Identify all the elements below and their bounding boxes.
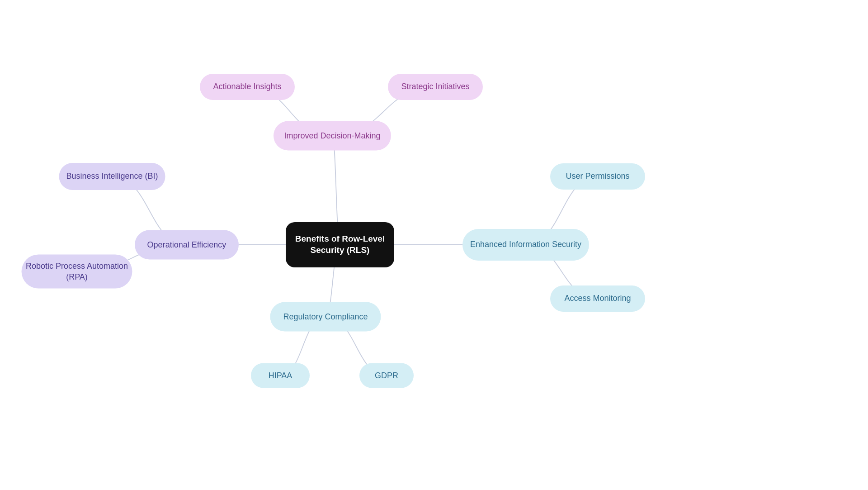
node-actionable-insights[interactable]: Actionable Insights (200, 74, 295, 100)
node-user-permissions[interactable]: User Permissions (550, 163, 645, 190)
node-label-actionable-insights: Actionable Insights (211, 81, 283, 92)
node-gdpr[interactable]: GDPR (359, 363, 414, 388)
node-regulatory-compliance[interactable]: Regulatory Compliance (270, 302, 381, 332)
node-hipaa[interactable]: HIPAA (251, 363, 310, 388)
node-business-intelligence[interactable]: Business Intelligence (BI) (59, 163, 165, 190)
node-label-regulatory-compliance: Regulatory Compliance (281, 311, 369, 322)
center-node-label: Benefits of Row-Level Security (RLS) (286, 233, 394, 256)
node-operational-efficiency[interactable]: Operational Efficiency (135, 230, 239, 260)
node-access-monitoring[interactable]: Access Monitoring (550, 285, 645, 312)
node-label-business-intelligence: Business Intelligence (BI) (64, 171, 160, 181)
node-enhanced-info-security[interactable]: Enhanced Information Security (462, 229, 589, 261)
node-label-improved-decision-making: Improved Decision-Making (282, 130, 382, 141)
node-label-access-monitoring: Access Monitoring (562, 293, 632, 304)
node-strategic-initiatives[interactable]: Strategic Initiatives (388, 74, 483, 100)
center-node[interactable]: Benefits of Row-Level Security (RLS) (286, 222, 394, 267)
node-label-operational-efficiency: Operational Efficiency (146, 239, 228, 250)
node-label-enhanced-info-security: Enhanced Information Security (468, 239, 583, 250)
mindmap-container: Benefits of Row-Level Security (RLS)Impr… (0, 0, 868, 490)
node-rpa[interactable]: Robotic Process Automation (RPA) (22, 255, 132, 289)
node-label-user-permissions: User Permissions (564, 171, 631, 181)
node-label-strategic-initiatives: Strategic Initiatives (399, 81, 471, 92)
node-label-rpa: Robotic Process Automation (RPA) (22, 261, 132, 282)
node-label-hipaa: HIPAA (267, 370, 294, 381)
node-improved-decision-making[interactable]: Improved Decision-Making (274, 121, 391, 151)
node-label-gdpr: GDPR (373, 370, 400, 381)
